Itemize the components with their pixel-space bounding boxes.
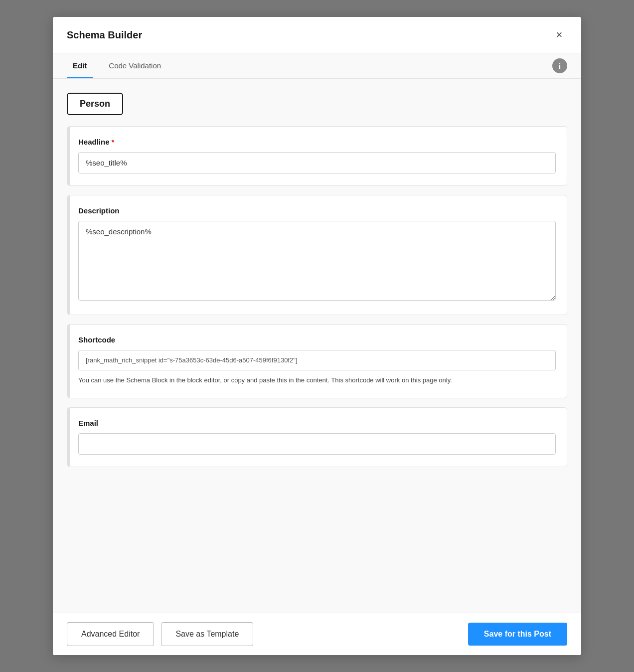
tab-code-validation[interactable]: Code Validation <box>103 53 167 78</box>
advanced-editor-button[interactable]: Advanced Editor <box>67 622 154 646</box>
close-icon: × <box>556 28 563 41</box>
description-textarea[interactable]: %seo_description% <box>78 221 556 301</box>
required-star: * <box>112 138 115 146</box>
info-icon[interactable]: i <box>552 58 567 73</box>
headline-section: Headline * <box>67 126 567 186</box>
section-bar-email <box>67 408 70 467</box>
shortcode-label: Shortcode <box>78 336 556 344</box>
email-input[interactable] <box>78 433 556 455</box>
description-label: Description <box>78 206 556 215</box>
shortcode-section: Shortcode You can use the Schema Block i… <box>67 324 567 398</box>
modal-header: Schema Builder × <box>53 17 581 53</box>
tab-edit[interactable]: Edit <box>67 53 93 78</box>
footer-left-buttons: Advanced Editor Save as Template <box>67 622 253 646</box>
section-bar-shortcode <box>67 325 70 398</box>
email-section: Email <box>67 407 567 467</box>
info-icon-wrapper: i <box>552 58 567 78</box>
section-bar-desc <box>67 195 70 315</box>
section-bar <box>67 127 70 185</box>
shortcode-input[interactable] <box>78 350 556 370</box>
headline-label: Headline * <box>78 138 556 146</box>
close-button[interactable]: × <box>551 27 567 43</box>
email-label: Email <box>78 419 556 427</box>
modal-footer: Advanced Editor Save as Template Save fo… <box>53 613 581 655</box>
save-for-post-button[interactable]: Save for this Post <box>468 623 567 646</box>
tabs-bar: Edit Code Validation i <box>53 53 581 79</box>
person-badge: Person <box>67 93 123 115</box>
modal-overlay: Schema Builder × Edit Code Validation i … <box>0 0 634 672</box>
save-as-template-button[interactable]: Save as Template <box>161 622 253 646</box>
modal-title: Schema Builder <box>67 29 142 41</box>
schema-builder-modal: Schema Builder × Edit Code Validation i … <box>53 17 581 655</box>
headline-input[interactable] <box>78 152 556 173</box>
shortcode-hint: You can use the Schema Block in the bloc… <box>78 375 556 386</box>
description-section: Description %seo_description% <box>67 195 567 315</box>
modal-body: Person Headline * Description %seo_descr… <box>53 79 581 613</box>
